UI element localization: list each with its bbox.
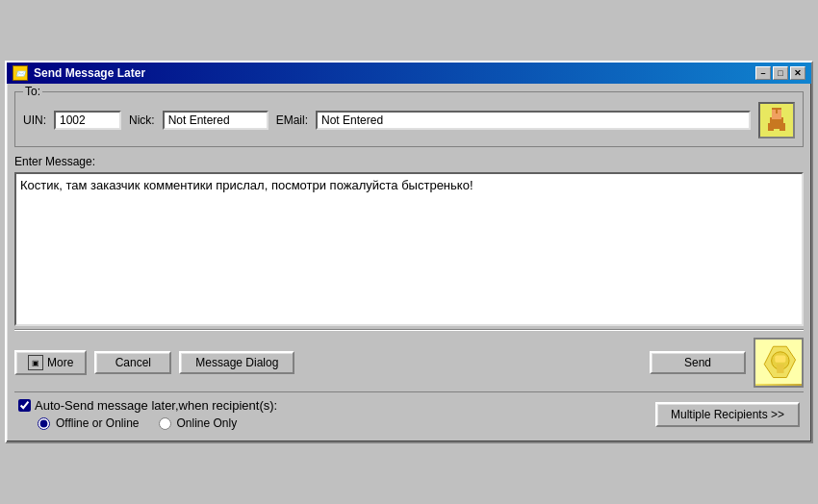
auto-send-label: Auto-Send message later,when recipient(s… [35, 398, 277, 413]
window-content: To: UIN: Nick: EMail: [7, 84, 811, 441]
uin-input[interactable] [54, 111, 121, 130]
more-icon: ▣ [28, 355, 43, 370]
nick-label: Nick: [129, 113, 155, 127]
uin-label: UIN: [23, 113, 46, 127]
send-button[interactable]: Send [650, 351, 746, 374]
cancel-button[interactable]: Cancel [94, 351, 171, 374]
svg-rect-3 [768, 123, 774, 131]
offline-or-online-option: Offline or Online [38, 416, 140, 430]
multiple-recipients-button[interactable]: Multiple Recipients >> [655, 402, 800, 427]
corner-avatar-image [755, 338, 802, 386]
svg-rect-6 [778, 110, 781, 113]
minimize-button[interactable]: – [755, 66, 771, 80]
offline-or-online-radio[interactable] [38, 417, 50, 430]
radio-row: Offline or Online Online Only [38, 416, 277, 430]
svg-rect-5 [772, 110, 776, 113]
title-bar: 📨 Send Message Later – □ ✕ [7, 63, 811, 84]
online-only-label: Online Only [177, 416, 238, 430]
enter-message-label: Enter Message: [14, 155, 804, 168]
title-bar-left: 📨 Send Message Later [13, 65, 145, 81]
svg-rect-7 [772, 113, 781, 119]
message-dialog-button[interactable]: Message Dialog [179, 351, 294, 374]
maximize-button[interactable]: □ [773, 66, 788, 80]
auto-send-section: Auto-Send message later,when recipient(s… [18, 398, 277, 430]
online-only-option: Online Only [159, 416, 238, 430]
svg-rect-11 [775, 355, 785, 362]
avatar-icon [760, 104, 793, 137]
email-input[interactable] [316, 111, 751, 130]
title-bar-buttons: – □ ✕ [755, 66, 805, 80]
main-window: 📨 Send Message Later – □ ✕ To: UIN: Nick… [5, 61, 813, 443]
to-group: To: UIN: Nick: EMail: [14, 91, 804, 147]
button-row: ▣ More Cancel Message Dialog Send [14, 338, 804, 392]
auto-send-top: Auto-Send message later,when recipient(s… [18, 398, 277, 413]
svg-rect-4 [780, 123, 785, 131]
window-icon: 📨 [13, 65, 28, 81]
to-row: UIN: Nick: EMail: [23, 102, 795, 139]
message-textarea[interactable]: Костик, там заказчик комментики прислал,… [14, 172, 804, 326]
svg-rect-12 [777, 365, 783, 373]
nick-input[interactable] [163, 111, 268, 130]
close-button[interactable]: ✕ [790, 66, 805, 80]
online-only-radio[interactable] [159, 417, 171, 430]
more-button[interactable]: ▣ More [14, 350, 87, 375]
divider-1 [14, 329, 804, 330]
window-title: Send Message Later [34, 66, 145, 80]
avatar-box [758, 102, 795, 139]
email-label: EMail: [276, 113, 308, 127]
offline-or-online-label: Offline or Online [56, 416, 140, 430]
auto-send-checkbox[interactable] [18, 399, 31, 412]
to-group-label: To: [23, 85, 42, 98]
more-label: More [47, 356, 73, 369]
corner-avatar [754, 338, 804, 388]
bottom-row: Auto-Send message later,when recipient(s… [14, 392, 804, 434]
